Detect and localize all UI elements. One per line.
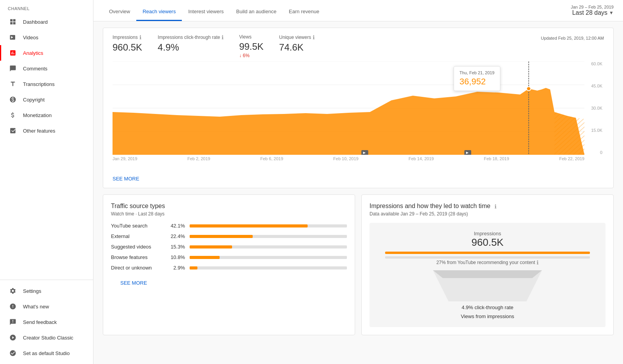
- date-range-picker[interactable]: Jan 29 – Feb 25, 2019 Last 28 days ▼: [571, 5, 614, 19]
- traffic-bar-youtube: [190, 224, 308, 228]
- unique-viewers-value: 74.6K: [279, 42, 315, 53]
- sidebar-item-copyright[interactable]: Copyright: [0, 92, 93, 107]
- chart-yaxis: 60.0K 45.0K 30.0K 15.0K 0: [584, 61, 604, 155]
- date-range-main: Last 28 days ▼: [572, 9, 614, 16]
- unique-viewers-info-icon[interactable]: ℹ: [313, 34, 315, 40]
- funnel-shape-svg: [433, 270, 542, 301]
- funnel-sub-info-icon[interactable]: ℹ: [537, 259, 539, 266]
- traffic-bar-direct: [190, 266, 197, 270]
- dropdown-arrow-icon: ▼: [609, 10, 614, 16]
- ctr-info-icon[interactable]: ℹ: [222, 34, 224, 40]
- other-features-icon: [9, 127, 17, 135]
- sidebar-label-other-features: Other features: [23, 128, 55, 134]
- funnel-subtitle: Data available Jan 29 – Feb 25, 2019 (28…: [370, 211, 605, 217]
- traffic-bar-bg-browse: [190, 256, 347, 259]
- sidebar-label-copyright: Copyright: [23, 97, 45, 103]
- top-bar: Overview Reach viewers Interest viewers …: [93, 0, 623, 21]
- tooltip-date: Thu, Feb 21, 2019: [459, 70, 495, 75]
- sidebar-label-set-default: Set as default Studio: [23, 350, 70, 356]
- traffic-bar-bg-suggested: [190, 245, 347, 248]
- impressions-chart: Thu, Feb 21, 2019 36,952: [103, 58, 613, 171]
- sidebar-item-other-features[interactable]: Other features: [0, 123, 93, 138]
- funnel-impressions-stat: Impressions 960.5K: [377, 231, 598, 248]
- funnel-bar-impressions: [385, 252, 590, 254]
- traffic-bar-bg-external: [190, 235, 347, 238]
- tab-overview[interactable]: Overview: [103, 3, 136, 21]
- chart-area: 60.0K 45.0K 30.0K 15.0K 0: [113, 61, 604, 155]
- sidebar-label-transcriptions: Transcriptions: [23, 81, 55, 87]
- views-from-impressions-label: Views from impressions: [377, 313, 598, 319]
- traffic-card: Traffic source types Watch time · Last 2…: [103, 194, 355, 335]
- traffic-label-youtube: YouTube search: [111, 223, 165, 229]
- metric-impressions: Impressions ℹ 960.5K: [113, 34, 142, 53]
- sidebar-label-send-feedback: Send feedback: [23, 319, 57, 325]
- transcriptions-icon: [9, 80, 17, 88]
- comments-icon: [9, 65, 17, 72]
- traffic-bar-suggested: [190, 245, 232, 248]
- sidebar-item-monetization[interactable]: Monetization: [0, 107, 93, 123]
- sidebar-label-analytics: Analytics: [23, 50, 43, 56]
- sidebar-item-analytics[interactable]: Analytics: [0, 45, 93, 61]
- metric-ctr: Impressions click-through rate ℹ 4.9%: [158, 34, 224, 53]
- traffic-row-external: External 22.4%: [111, 233, 347, 239]
- sidebar-item-comments[interactable]: Comments: [0, 61, 93, 76]
- sidebar-item-set-default[interactable]: Set as default Studio: [0, 345, 93, 361]
- traffic-row-browse: Browse features 10.8%: [111, 254, 347, 260]
- traffic-pct-external: 22.4%: [170, 233, 185, 239]
- tab-earn-revenue[interactable]: Earn revenue: [283, 3, 326, 21]
- sidebar-item-videos[interactable]: Videos: [0, 30, 93, 45]
- svg-rect-10: [361, 150, 368, 155]
- chart-see-more[interactable]: SEE MORE: [103, 171, 613, 188]
- tab-build-audience[interactable]: Build an audience: [230, 3, 283, 21]
- traffic-bar-bg-direct: [190, 266, 347, 270]
- funnel-sub-text: 27% from YouTube recommending your conte…: [377, 259, 598, 266]
- sidebar-item-transcriptions[interactable]: Transcriptions: [0, 76, 93, 92]
- sidebar-item-creator-studio[interactable]: Creator Studio Classic: [0, 330, 93, 345]
- sidebar-label-creator-studio: Creator Studio Classic: [23, 335, 73, 341]
- traffic-row-youtube-search: YouTube search 42.1%: [111, 223, 347, 229]
- tab-interest-viewers[interactable]: Interest viewers: [182, 3, 230, 21]
- monetization-icon: [9, 111, 17, 119]
- traffic-pct-direct: 2.9%: [170, 265, 185, 271]
- traffic-see-more[interactable]: SEE MORE: [111, 275, 347, 292]
- sidebar-item-whats-new[interactable]: What's new: [0, 299, 93, 314]
- sidebar-label-monetization: Monetization: [23, 112, 52, 118]
- metrics-row: Impressions ℹ 960.5K Impressions click-t…: [103, 28, 613, 58]
- ctr-value: 4.9%: [158, 42, 224, 53]
- tooltip-value: 36,952: [459, 77, 495, 87]
- whats-new-icon: [9, 303, 17, 310]
- funnel-info-icon[interactable]: ℹ: [495, 203, 496, 210]
- traffic-bar-bg-youtube: [190, 224, 347, 228]
- traffic-label-browse: Browse features: [111, 254, 165, 260]
- chart-svg: [113, 61, 584, 155]
- main-content: Overview Reach viewers Interest viewers …: [93, 0, 623, 364]
- tab-reach-viewers[interactable]: Reach viewers: [136, 3, 182, 21]
- sidebar: Channel Dashboard Videos Analytics Comme…: [0, 0, 93, 364]
- sidebar-label-settings: Settings: [23, 288, 41, 294]
- sidebar-label-whats-new: What's new: [23, 304, 49, 310]
- sidebar-label-comments: Comments: [23, 66, 48, 72]
- bottom-cards: Traffic source types Watch time · Last 2…: [103, 194, 614, 335]
- ctr-text: 4.9% click-through rate: [377, 304, 598, 310]
- funnel-impressions-label: Impressions: [377, 231, 598, 236]
- funnel-shape-container: [377, 270, 598, 301]
- funnel-impressions-value: 960.5K: [377, 236, 598, 248]
- funnel-card: Impressions and how they led to watch ti…: [361, 194, 614, 335]
- sidebar-label-videos: Videos: [23, 35, 39, 40]
- views-change: ↓ 6%: [239, 53, 264, 58]
- sidebar-item-settings[interactable]: Settings: [0, 283, 93, 299]
- traffic-pct-browse: 10.8%: [170, 254, 185, 260]
- analytics-content: Impressions ℹ 960.5K Impressions click-t…: [93, 21, 623, 348]
- sidebar-item-send-feedback[interactable]: Send feedback: [0, 314, 93, 330]
- impressions-info-icon[interactable]: ℹ: [139, 34, 141, 40]
- views-label: Views: [239, 34, 264, 40]
- funnel-bar-impressions-bg: [385, 256, 590, 259]
- send-feedback-icon: [9, 318, 17, 326]
- funnel-title: Impressions and how they led to watch ti…: [370, 203, 605, 210]
- updated-text: Updated Feb 25, 2019, 12:00 AM: [541, 34, 604, 40]
- svg-point-9: [526, 87, 531, 91]
- ctr-label: Impressions click-through rate ℹ: [158, 34, 224, 40]
- traffic-label-external: External: [111, 233, 165, 239]
- sidebar-item-dashboard[interactable]: Dashboard: [0, 14, 93, 30]
- set-default-icon: [9, 349, 17, 357]
